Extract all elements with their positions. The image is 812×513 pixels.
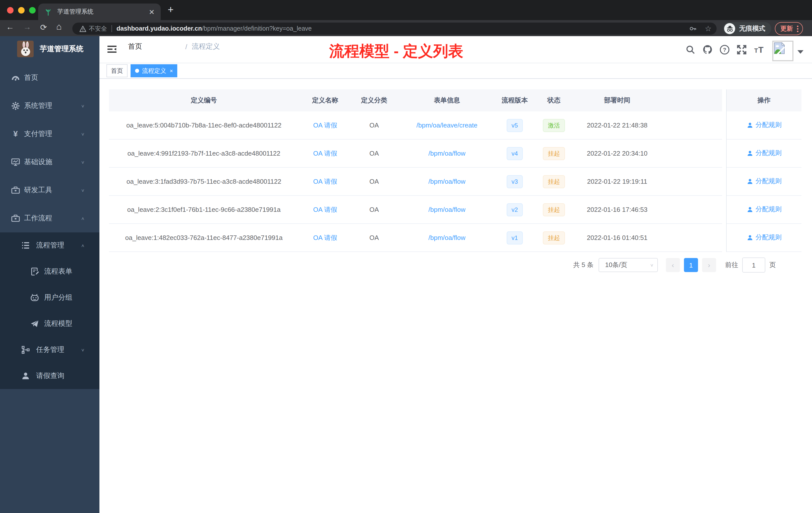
form-info-link[interactable]: /bpm/oa/flow: [397, 150, 497, 157]
sidebar-item-11[interactable]: 任务管理˅: [0, 337, 99, 363]
action-row: 分配规则: [727, 112, 802, 140]
assign-rule-button[interactable]: 分配规则: [747, 233, 782, 242]
goto-page-input[interactable]: [742, 258, 765, 273]
definition-category: OA: [351, 206, 397, 213]
form-info-link[interactable]: /bpm/oa/flow: [397, 178, 497, 185]
next-page-button[interactable]: ›: [702, 258, 716, 272]
definition-category: OA: [351, 121, 397, 129]
address-bar[interactable]: 不安全 dashboard.yudao.iocoder.cn/bpm/manag…: [72, 23, 717, 35]
column-header: 定义编号: [109, 96, 299, 105]
search-icon[interactable]: [686, 45, 696, 55]
list-tree-icon: [21, 241, 30, 250]
url-path[interactable]: /bpm/manager/definition?key=oa_leave: [202, 25, 312, 32]
robot-face-icon: [30, 293, 39, 302]
form-info-link[interactable]: /bpm/oa/flow: [397, 234, 497, 241]
svg-text:?: ?: [723, 47, 726, 53]
deploy-time: 2022-01-22 21:48:38: [576, 121, 659, 129]
gear-icon: [11, 101, 20, 111]
sidebar-item-9[interactable]: 用户分组: [0, 284, 99, 311]
new-tab-button[interactable]: +: [168, 4, 174, 16]
chevron-down-icon: ˅: [81, 131, 84, 137]
sidebar-item-label: 系统管理: [24, 101, 52, 111]
sidebar-item-4[interactable]: 基础设施˅: [0, 148, 99, 176]
window-close-button[interactable]: [7, 7, 13, 13]
sidebar-item-5[interactable]: 研发工具˅: [0, 176, 99, 204]
prev-page-button[interactable]: ‹: [666, 258, 680, 272]
help-icon[interactable]: ?: [720, 45, 730, 55]
github-icon[interactable]: [702, 45, 713, 55]
tag-active[interactable]: 流程定义 ×: [130, 64, 177, 77]
sidebar-item-2[interactable]: 系统管理˅: [0, 92, 99, 120]
sidebar-item-label: 流程管理: [36, 241, 64, 250]
definition-name-link[interactable]: OA 请假: [299, 121, 351, 130]
column-header: 定义名称: [299, 96, 351, 105]
tag-active-label: 流程定义: [142, 66, 166, 75]
screenshot-stage: 芋道管理系统 ✕ + ← → ⟳ ⌂ 不安全 dashboard.yudao.i…: [0, 0, 812, 513]
browser-menu-icon[interactable]: [797, 25, 799, 32]
incognito-label: 无痕模式: [739, 24, 765, 33]
chevron-up-icon: ˄: [81, 216, 84, 221]
tab-close-icon[interactable]: ✕: [149, 8, 155, 16]
definition-category: OA: [351, 150, 397, 157]
sidebar-logo-row[interactable]: 芋道管理系统: [0, 36, 99, 62]
definition-category: OA: [351, 234, 397, 241]
sidebar-menu: 首页系统管理˅¥支付管理˅基础设施˅研发工具˅工作流程˄流程管理˄流程表单用户分…: [0, 64, 99, 389]
sidebar-item-8[interactable]: 流程表单: [0, 259, 99, 284]
sidebar-item-3[interactable]: ¥支付管理˅: [0, 120, 99, 148]
sidebar-item-7[interactable]: 流程管理˄: [0, 233, 99, 259]
font-size-icon[interactable]: T T: [754, 45, 764, 55]
definition-name-link[interactable]: OA 请假: [299, 205, 351, 214]
browser-update-button[interactable]: 更新: [775, 22, 803, 35]
assign-rule-button[interactable]: 分配规则: [747, 149, 782, 158]
sidebar-item-1[interactable]: 首页: [0, 64, 99, 92]
assign-rule-button[interactable]: 分配规则: [747, 121, 782, 130]
action-row: 分配规则: [727, 168, 802, 196]
column-header: 定义分类: [351, 96, 397, 105]
definition-name-link[interactable]: OA 请假: [299, 149, 351, 158]
sidebar-item-label: 首页: [24, 73, 38, 82]
reload-icon[interactable]: ⟳: [40, 23, 47, 32]
back-icon[interactable]: ←: [6, 23, 14, 32]
sidebar-item-label: 基础设施: [24, 158, 52, 167]
status-badge: 挂起: [532, 175, 576, 188]
svg-text:T: T: [754, 47, 758, 54]
window-minimize-button[interactable]: [18, 7, 25, 13]
fullscreen-icon[interactable]: [737, 45, 747, 55]
deploy-time: 2022-01-16 17:46:53: [576, 206, 659, 213]
sidebar-item-12[interactable]: 请假查询: [0, 363, 99, 389]
paper-plane-icon: [30, 319, 39, 328]
browser-tab[interactable]: 芋道管理系统 ✕: [38, 3, 161, 20]
user-avatar[interactable]: [772, 41, 793, 61]
forward-icon[interactable]: →: [23, 23, 31, 32]
not-secure-label[interactable]: 不安全: [89, 24, 107, 33]
deploy-time: 2022-01-22 20:34:10: [576, 150, 659, 157]
bookmark-star-icon[interactable]: ☆: [705, 24, 712, 33]
user-icon: [21, 371, 30, 381]
form-info-link[interactable]: /bpm/oa/leave/create: [397, 121, 497, 129]
avatar-caret-icon[interactable]: [798, 50, 804, 54]
url-host[interactable]: dashboard.yudao.iocoder.cn: [116, 25, 202, 32]
sidebar-item-6[interactable]: 工作流程˄: [0, 204, 99, 233]
pagination: 共 5 条 10条/页 ˅ ‹ 1 › 前往 页: [573, 258, 776, 272]
sidebar-item-10[interactable]: 流程模型: [0, 311, 99, 337]
definition-name-link[interactable]: OA 请假: [299, 233, 351, 242]
status-badge: 挂起: [532, 231, 576, 244]
sidebar-item-label: 流程表单: [44, 267, 72, 276]
version-badge: v4: [497, 147, 532, 160]
update-label[interactable]: 更新: [780, 24, 793, 33]
page-size-select[interactable]: 10条/页 ˅: [599, 258, 658, 272]
assign-rule-button[interactable]: 分配规则: [747, 177, 782, 186]
tag-home[interactable]: 首页: [107, 64, 127, 77]
window-zoom-button[interactable]: [29, 7, 36, 13]
version-badge: v5: [497, 119, 532, 132]
key-icon[interactable]: [689, 25, 697, 33]
monitor-icon: [11, 158, 20, 167]
chevron-down-icon: ˅: [81, 103, 84, 109]
assign-rule-button[interactable]: 分配规则: [747, 205, 782, 214]
current-page-button[interactable]: 1: [684, 258, 698, 272]
definition-name-link[interactable]: OA 请假: [299, 177, 351, 186]
table-fixed-action-column: 操作分配规则分配规则分配规则分配规则分配规则: [726, 89, 802, 252]
form-info-link[interactable]: /bpm/oa/flow: [397, 206, 497, 213]
home-icon[interactable]: ⌂: [56, 22, 62, 32]
tag-close-icon[interactable]: ×: [170, 68, 173, 74]
